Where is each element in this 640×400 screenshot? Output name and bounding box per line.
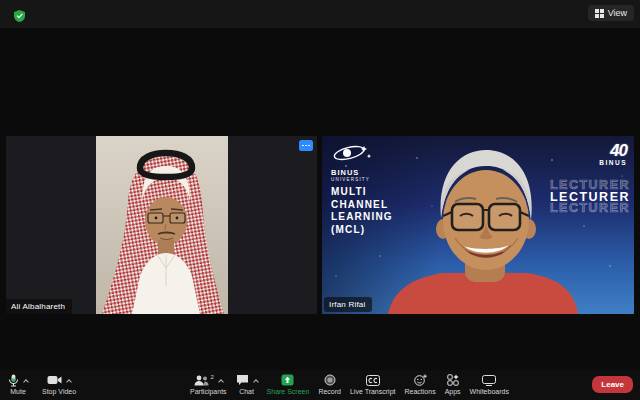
chat-label: Chat [239, 388, 254, 395]
reactions-label: Reactions [405, 388, 436, 395]
participant-tile-ali[interactable]: Ali Albalhareth [6, 136, 317, 314]
participant-name-tag: Irfan Rifai [324, 297, 372, 312]
encryption-shield-icon[interactable] [14, 10, 25, 22]
apps-label: Apps [445, 388, 461, 395]
toolbar-center-group: 2 Participants Chat [190, 373, 509, 395]
binus-eye-icon [331, 143, 373, 163]
view-button[interactable]: View [588, 5, 634, 21]
meeting-topbar: View [0, 0, 640, 28]
chat-button[interactable]: Chat [236, 373, 258, 395]
leave-button[interactable]: Leave [592, 376, 633, 393]
participants-options-chevron[interactable] [218, 379, 224, 385]
dot [308, 145, 310, 147]
binus-logo-subtitle: UNIVERSITY [331, 177, 391, 182]
meeting-toolbar: Mute Stop Video [0, 370, 640, 400]
share-screen-label: Share Screen [267, 388, 310, 395]
microphone-icon [8, 374, 19, 387]
mute-options-chevron[interactable] [23, 379, 29, 385]
record-label: Record [318, 388, 341, 395]
anniversary-label: BINUS [599, 159, 627, 166]
apps-icon [447, 374, 459, 386]
mcl-line: LEARNING [331, 211, 393, 224]
participants-label: Participants [190, 388, 227, 395]
dot [302, 145, 304, 147]
mcl-line: CHANNEL [331, 199, 393, 212]
toolbar-left-group: Mute Stop Video [8, 373, 76, 395]
whiteboard-icon [482, 375, 496, 386]
participants-button[interactable]: 2 Participants [190, 373, 227, 395]
reactions-button[interactable]: Reactions [405, 373, 436, 395]
participant-name-tag: Ali Albalhareth [6, 299, 72, 314]
camera-icon [47, 375, 62, 385]
mute-button[interactable]: Mute [8, 373, 28, 395]
tile-more-options-button[interactable] [299, 140, 313, 151]
apps-button[interactable]: Apps [445, 373, 461, 395]
mcl-line: MULTI [331, 186, 393, 199]
record-icon [324, 374, 336, 386]
participants-count: 2 [211, 374, 214, 380]
live-transcript-label: Live Transcript [350, 388, 396, 395]
whiteboards-label: Whiteboards [470, 388, 509, 395]
share-screen-icon [281, 374, 294, 386]
binus-university-logo: BINUS UNIVERSITY [331, 143, 391, 182]
dot [305, 145, 307, 147]
chat-bubble-icon [236, 374, 249, 386]
role-ghost-bottom: LECTURER [550, 203, 630, 215]
whiteboards-button[interactable]: Whiteboards [470, 373, 509, 395]
participants-icon [194, 375, 209, 386]
participant-tile-irfan[interactable]: BINUS UNIVERSITY MULTI CHANNEL LEARNING … [322, 136, 634, 314]
mcl-headline: MULTI CHANNEL LEARNING (MCL) [331, 186, 393, 236]
mcl-line: (MCL) [331, 224, 393, 237]
share-screen-button[interactable]: Share Screen [267, 373, 310, 395]
view-label: View [608, 8, 627, 18]
record-button[interactable]: Record [318, 373, 341, 395]
lecturer-text-stack: LECTURER LECTURER LECTURER [550, 180, 630, 215]
chat-options-chevron[interactable] [253, 379, 259, 385]
grid-view-icon [595, 9, 604, 18]
stop-video-button[interactable]: Stop Video [42, 373, 76, 395]
zoom-meeting-window: View [0, 0, 640, 400]
anniversary-number: 40 [599, 141, 627, 161]
video-stage: Ali Albalhareth [0, 28, 640, 370]
closed-captions-icon [366, 375, 380, 386]
stop-video-label: Stop Video [42, 388, 76, 395]
live-transcript-button[interactable]: Live Transcript [350, 373, 396, 395]
mute-label: Mute [10, 388, 26, 395]
binus-logo-title: BINUS [331, 168, 391, 177]
participant-video-ali [96, 136, 228, 314]
video-options-chevron[interactable] [66, 379, 72, 385]
binus-40-anniversary-logo: 40 BINUS [599, 141, 627, 166]
smiley-reactions-icon [414, 374, 427, 386]
